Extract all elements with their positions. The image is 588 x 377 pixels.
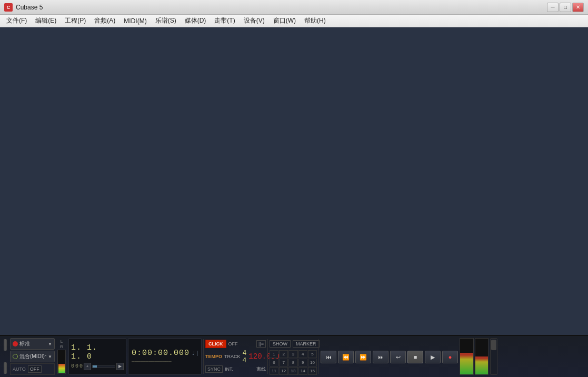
track-midi-label: 混合(MIDI)~: [19, 353, 46, 360]
pos-beat: 0: [87, 352, 92, 361]
marker-9[interactable]: 9: [298, 359, 307, 366]
pos-small2: 0: [75, 363, 78, 369]
meter-label-R: R: [57, 344, 66, 349]
meter-bar: [57, 350, 66, 374]
tempo-label: TEMPO: [205, 354, 222, 359]
transport-controls-section: ⏮ ⏪ ⏩ ⏭ ↩ ■ ▶ ●: [321, 338, 458, 375]
position-section[interactable]: 1. 1. 1. 0 0 0 0 + ▶: [68, 338, 126, 375]
marker-8[interactable]: 8: [288, 359, 297, 366]
pos-small1: 0: [71, 363, 74, 369]
show-row: SHOW MARKER: [270, 338, 317, 350]
track-standard-dropdown[interactable]: ▼: [48, 342, 52, 347]
marker-11[interactable]: 11: [270, 367, 278, 375]
menu-audio[interactable]: 音频(A): [90, 15, 119, 27]
pos-slider-thumb: [93, 365, 97, 368]
menu-devices[interactable]: 设备(V): [240, 15, 269, 27]
pos-display: 1. 1. 1. 0: [71, 343, 124, 361]
right-scroll[interactable]: [490, 338, 497, 375]
separator-2: [267, 339, 268, 374]
click-tempo-section: CLICK OFF ||≡ TEMPO TRACK 4 4 120.000 SY…: [205, 338, 266, 375]
left-handles: [2, 338, 8, 375]
stop-button[interactable]: ■: [407, 351, 423, 363]
menu-project[interactable]: 工程(P): [61, 15, 90, 27]
marker-grid: 1 2 3 4 5 6 7 8 9 10 11 12 13 14 15: [270, 350, 317, 375]
track-midi-row[interactable]: 混合(MIDI)~ ▼: [10, 351, 55, 362]
workspace: [0, 27, 588, 348]
marker-2[interactable]: 2: [279, 350, 288, 358]
pos-small3: 0: [79, 363, 83, 369]
show-button[interactable]: SHOW: [270, 340, 291, 348]
menu-file[interactable]: 文件(F): [2, 15, 31, 27]
close-button[interactable]: ✕: [572, 3, 584, 12]
menu-transport[interactable]: 走带(T): [210, 15, 239, 27]
marker-10[interactable]: 10: [308, 359, 317, 366]
marker-5[interactable]: 5: [308, 350, 317, 358]
rewind-button[interactable]: ⏪: [338, 351, 354, 363]
auto-value: OFF: [28, 365, 42, 373]
time-icons: ♩ |: [192, 350, 198, 356]
window-controls: ─ □ ✕: [547, 3, 584, 12]
show-marker-section: SHOW MARKER 1 2 3 4 5 6 7 8 9 10 11 12 1…: [270, 338, 317, 375]
forward-to-end-button[interactable]: ⏭: [373, 351, 388, 363]
marker-15[interactable]: 15: [308, 367, 317, 375]
marker-13[interactable]: 13: [288, 367, 297, 375]
time-bar-icon: |: [196, 350, 198, 356]
tempo-row: TEMPO TRACK 4 4 120.000: [205, 351, 266, 362]
meter-section: L R: [56, 338, 67, 375]
transport-top-row: [321, 338, 458, 350]
marker-1[interactable]: 1: [270, 350, 278, 358]
auto-label: AUTO: [13, 366, 26, 372]
menu-midi[interactable]: MIDI(M): [119, 15, 151, 27]
click-right-btn[interactable]: ||≡: [256, 340, 266, 348]
menu-help[interactable]: 帮助(H): [300, 15, 330, 27]
menu-score[interactable]: 乐谱(S): [151, 15, 181, 27]
time-section[interactable]: 0:00:00.000 ♩ | ──────────────: [128, 338, 202, 375]
transport-bar: 标准 ▼ 混合(MIDI)~ ▼ AUTO OFF L R 1. 1. 1. 0…: [0, 335, 588, 377]
fast-forward-button[interactable]: ⏩: [355, 351, 371, 363]
click-button[interactable]: CLICK: [205, 340, 226, 348]
menu-edit[interactable]: 编辑(E): [31, 15, 61, 27]
pos-bars: 1. 1. 1.: [71, 343, 97, 361]
rewind-to-start-button[interactable]: ⏮: [321, 351, 336, 363]
marker-7[interactable]: 7: [279, 359, 288, 366]
time-note-icon: ♩: [192, 350, 195, 356]
right-meter-L: [460, 338, 474, 375]
time-digits: 0:00:00.000: [132, 349, 190, 358]
maximize-button[interactable]: □: [560, 3, 571, 12]
play-button[interactable]: ▶: [425, 351, 441, 363]
record-button[interactable]: ●: [442, 351, 458, 363]
marker-14[interactable]: 14: [298, 367, 307, 375]
right-meter-fill-L: [460, 353, 473, 374]
tempo-track-label: TRACK: [224, 354, 241, 359]
pos-increment-btn[interactable]: +: [84, 363, 91, 370]
right-meter-fill-R: [475, 356, 489, 374]
loop-button[interactable]: ↩: [390, 351, 406, 363]
meter-label-L: L: [57, 339, 66, 344]
right-meters: [460, 338, 489, 375]
time-sig-top: 4: [243, 349, 247, 356]
sync-row: SYNC INT. 离线: [205, 363, 266, 375]
auto-row: AUTO OFF: [10, 363, 55, 375]
click-off-label: OFF: [228, 341, 238, 347]
track-standard-row[interactable]: 标准 ▼: [10, 338, 55, 350]
track-midi-icon: [13, 354, 18, 359]
sync-button[interactable]: SYNC: [205, 365, 223, 373]
marker-12[interactable]: 12: [279, 367, 288, 375]
time-signature: 4 4: [243, 349, 247, 364]
right-scroll-thumb: [491, 340, 496, 350]
pos-menu-btn[interactable]: ▶: [116, 363, 124, 370]
marker-4[interactable]: 4: [298, 350, 307, 358]
menu-media[interactable]: 媒体(D): [181, 15, 211, 27]
title-bar: C Cubase 5 ─ □ ✕: [0, 0, 588, 15]
marker-3[interactable]: 3: [288, 350, 297, 358]
minimize-button[interactable]: ─: [547, 3, 559, 12]
time-display: 0:00:00.000 ♩ |: [132, 349, 198, 358]
menu-window[interactable]: 窗口(W): [269, 15, 300, 27]
track-midi-dropdown[interactable]: ▼: [48, 354, 52, 359]
time-sub: ──────────────: [132, 359, 198, 364]
pos-bars-digits: 1. 1. 1. 0: [71, 343, 124, 361]
meter-fill: [58, 364, 65, 373]
marker-button[interactable]: MARKER: [293, 340, 320, 348]
pos-slider[interactable]: [92, 365, 115, 368]
marker-6[interactable]: 6: [270, 359, 278, 366]
